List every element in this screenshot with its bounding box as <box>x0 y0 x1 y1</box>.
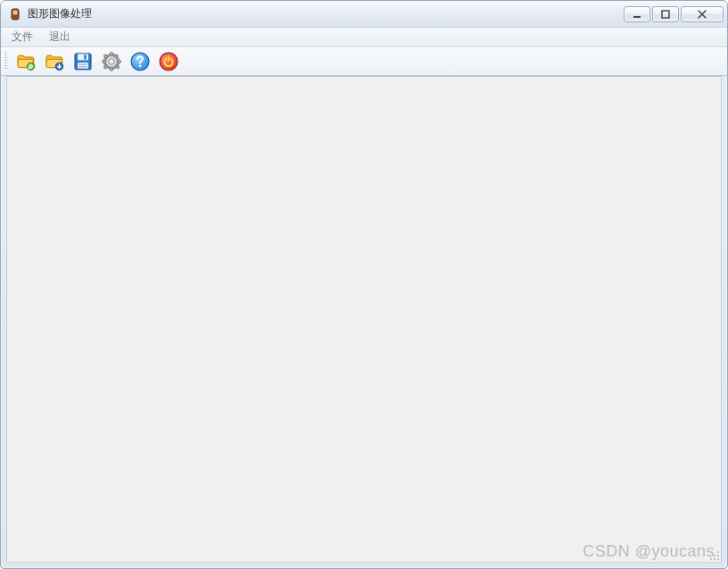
open-button[interactable] <box>13 49 38 74</box>
minimize-icon <box>632 9 642 20</box>
menubar: 文件 退出 <box>1 28 727 47</box>
settings-icon <box>101 51 122 72</box>
import-folder-icon <box>44 51 65 72</box>
client-area <box>6 76 722 563</box>
svg-rect-36 <box>714 558 716 560</box>
app-window: 图形图像处理 文件 退出 <box>0 0 728 569</box>
svg-rect-35 <box>717 558 719 560</box>
menu-exit[interactable]: 退出 <box>44 28 76 46</box>
svg-rect-7 <box>78 54 88 60</box>
svg-rect-37 <box>710 558 712 560</box>
close-button[interactable] <box>681 6 724 22</box>
settings-button[interactable] <box>99 49 124 74</box>
svg-rect-34 <box>714 555 716 557</box>
maximize-icon <box>660 9 671 20</box>
svg-rect-2 <box>633 16 641 18</box>
svg-point-4 <box>27 62 34 70</box>
maximize-button[interactable] <box>652 6 679 22</box>
svg-rect-33 <box>717 555 719 557</box>
svg-rect-10 <box>79 63 87 64</box>
app-icon <box>8 7 22 21</box>
svg-point-22 <box>109 58 114 63</box>
minimize-button[interactable] <box>624 6 650 22</box>
svg-rect-3 <box>662 11 669 18</box>
toolbar <box>1 47 727 76</box>
svg-rect-9 <box>78 62 88 69</box>
import-button[interactable] <box>42 49 67 74</box>
window-controls <box>624 6 724 22</box>
power-icon <box>158 51 179 72</box>
save-button[interactable] <box>70 49 95 74</box>
svg-rect-8 <box>84 54 87 59</box>
help-button[interactable] <box>128 49 153 74</box>
help-icon <box>129 51 151 72</box>
svg-point-25 <box>139 64 142 67</box>
resize-grip[interactable] <box>707 548 721 562</box>
titlebar[interactable]: 图形图像处理 <box>1 1 727 28</box>
svg-rect-32 <box>717 551 719 553</box>
save-icon <box>72 51 94 72</box>
power-button[interactable] <box>156 49 181 74</box>
open-folder-icon <box>15 51 37 72</box>
menu-file[interactable]: 文件 <box>6 28 38 46</box>
window-title: 图形图像处理 <box>28 6 624 21</box>
svg-rect-31 <box>168 55 170 62</box>
close-icon <box>697 9 707 20</box>
svg-rect-11 <box>79 66 87 67</box>
svg-rect-1 <box>13 10 18 14</box>
